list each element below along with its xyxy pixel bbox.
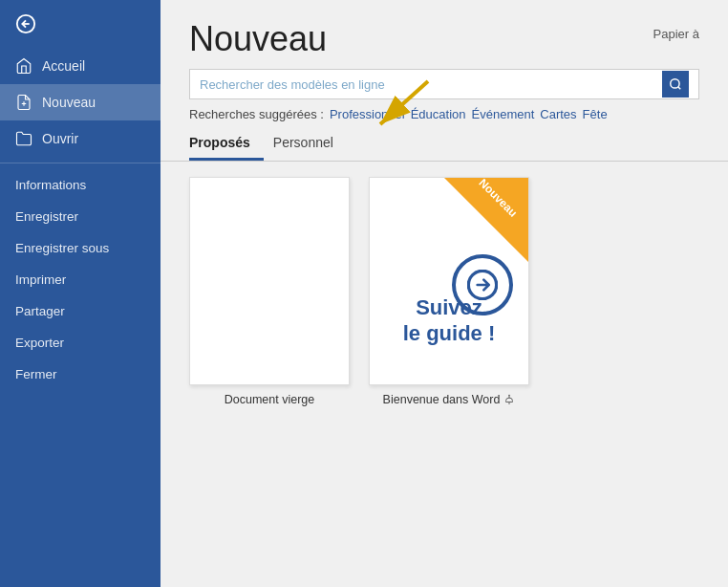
templates-grid: Document vierge Nouveau [161, 177, 728, 406]
suggestion-cartes[interactable]: Cartes [540, 107, 576, 121]
main-content: Nouveau Papier à Recherches suggérées : … [161, 0, 728, 587]
tab-personnel[interactable]: Personnel [273, 129, 347, 161]
template-label-vierge: Document vierge [225, 393, 315, 406]
svg-point-10 [509, 395, 510, 396]
sidebar-item-accueil[interactable]: Accueil [0, 48, 161, 84]
home-icon [15, 57, 32, 75]
svg-line-7 [380, 81, 428, 124]
svg-point-4 [671, 79, 679, 88]
arrow-svg [352, 72, 447, 139]
sidebar-item-nouveau-label: Nouveau [42, 95, 96, 110]
sidebar-item-ouvrir-label: Ouvrir [42, 131, 78, 146]
svg-line-5 [678, 87, 681, 90]
header-right-text: Papier à [653, 27, 699, 41]
sidebar-item-accueil-label: Accueil [42, 58, 85, 74]
sidebar-item-exporter[interactable]: Exporter [0, 327, 161, 359]
guide-text: Suivezle guide ! [379, 295, 519, 346]
suggestion-evenement[interactable]: Événement [472, 107, 535, 121]
new-doc-icon [15, 94, 32, 111]
main-header: Nouveau Papier à [161, 0, 728, 69]
sidebar-item-informations[interactable]: Informations [0, 169, 161, 201]
page-title: Nouveau [189, 19, 327, 59]
sidebar-item-nouveau[interactable]: Nouveau [0, 84, 161, 120]
template-vierge[interactable]: Document vierge [189, 177, 350, 406]
sidebar-item-imprimer[interactable]: Imprimer [0, 264, 161, 295]
suggestion-fete[interactable]: Fête [583, 107, 608, 121]
sidebar-divider [0, 163, 161, 163]
sidebar-item-enregistrer[interactable]: Enregistrer [0, 201, 161, 232]
folder-icon [15, 130, 32, 147]
template-thumb-guide: Nouveau Suivezle guide ! [369, 177, 529, 385]
pin-icon [503, 394, 515, 405]
search-icon [669, 77, 682, 91]
sidebar-item-ouvrir[interactable]: Ouvrir [0, 120, 161, 157]
sidebar-item-partager[interactable]: Partager [0, 295, 161, 327]
template-guide[interactable]: Nouveau Suivezle guide ! Bienvenue dans … [369, 177, 529, 406]
sidebar-item-enregistrer-sous[interactable]: Enregistrer sous [0, 232, 161, 264]
tab-proposes[interactable]: Proposés [189, 129, 264, 161]
template-label-guide: Bienvenue dans Word [383, 393, 516, 406]
search-button[interactable] [662, 71, 689, 98]
sidebar: Accueil Nouveau Ouvrir Informations Enre… [0, 0, 161, 587]
annotation-wrapper: Proposés Personnel [161, 129, 728, 177]
sidebar-nav: Accueil Nouveau Ouvrir [0, 48, 161, 157]
template-thumb-vierge [189, 177, 350, 385]
back-icon [15, 13, 36, 34]
annotation-arrow [352, 72, 447, 142]
sidebar-item-fermer[interactable]: Fermer [0, 359, 161, 390]
back-button[interactable] [0, 0, 161, 48]
suggestions-label: Recherches suggérées : [189, 107, 324, 121]
